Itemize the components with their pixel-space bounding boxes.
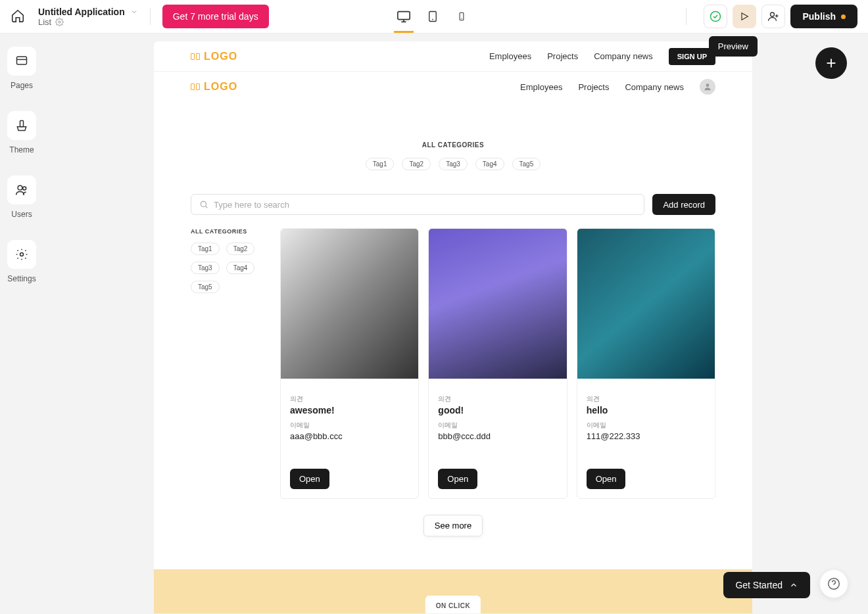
publish-button[interactable]: Publish bbox=[790, 5, 857, 28]
pages-icon bbox=[7, 47, 36, 76]
add-user-icon[interactable] bbox=[761, 5, 785, 28]
field-label-opinion: 의견 bbox=[438, 394, 557, 404]
nav-employees[interactable]: Employees bbox=[520, 82, 562, 92]
divider bbox=[150, 8, 151, 25]
sidebar-item-label: Users bbox=[11, 210, 32, 219]
tag-pill[interactable]: Tag3 bbox=[191, 262, 220, 274]
all-categories-label: ALL CATEGORIES bbox=[191, 228, 270, 235]
sidebar-item-theme[interactable]: Theme bbox=[7, 111, 36, 154]
tag-pill[interactable]: Tag4 bbox=[226, 262, 255, 274]
field-label-email: 이메일 bbox=[438, 421, 557, 430]
avatar[interactable] bbox=[700, 79, 715, 95]
theme-icon bbox=[7, 111, 36, 140]
logo-text: LOGO bbox=[204, 51, 237, 62]
site-header-public: LOGO Employees Projects Company news SIG… bbox=[154, 41, 752, 72]
site-logo[interactable]: LOGO bbox=[191, 51, 237, 62]
svg-marker-9 bbox=[742, 13, 748, 20]
sidebar-item-users[interactable]: Users bbox=[7, 176, 36, 219]
open-button[interactable]: Open bbox=[438, 469, 477, 489]
tag-pill[interactable]: Tag5 bbox=[191, 281, 220, 293]
add-record-button[interactable]: Add record bbox=[652, 194, 715, 215]
tag-pill[interactable]: Tag1 bbox=[191, 243, 220, 255]
left-sidebar: Pages Theme Users Settings bbox=[0, 34, 43, 614]
tag-pill[interactable]: Tag2 bbox=[402, 158, 431, 170]
search-row: Add record bbox=[191, 194, 715, 215]
svg-point-23 bbox=[201, 201, 206, 206]
tag-pill[interactable]: Tag2 bbox=[226, 243, 255, 255]
logo-icon bbox=[191, 53, 200, 60]
status-check-icon[interactable] bbox=[704, 5, 727, 28]
sidebar-item-settings[interactable]: Settings bbox=[7, 240, 36, 283]
chevron-down-icon[interactable] bbox=[130, 8, 138, 16]
field-label-opinion: 의견 bbox=[587, 394, 706, 404]
logo-icon bbox=[191, 83, 200, 90]
field-value-opinion: hello bbox=[587, 405, 706, 415]
top-tags: Tag1 Tag2 Tag3 Tag4 Tag5 bbox=[191, 158, 715, 170]
sidebar-item-label: Theme bbox=[9, 145, 34, 154]
all-categories-label: ALL CATEGORIES bbox=[191, 141, 715, 149]
publish-label: Publish bbox=[802, 11, 836, 22]
record-card: 의견 awesome! 이메일 aaa@bbb.ccc Open bbox=[280, 228, 419, 499]
device-switcher bbox=[397, 9, 471, 24]
desktop-icon[interactable] bbox=[397, 9, 411, 24]
canvas: LOGO Employees Projects Company news SIG… bbox=[154, 41, 752, 613]
nav-projects[interactable]: Projects bbox=[547, 51, 578, 61]
app-subtitle: List bbox=[38, 17, 51, 27]
app-title: Untitled Application bbox=[38, 7, 125, 17]
tag-pill[interactable]: Tag4 bbox=[475, 158, 504, 170]
gear-icon[interactable] bbox=[55, 18, 64, 26]
settings-icon bbox=[7, 240, 36, 269]
card-image bbox=[429, 229, 566, 379]
see-more-button[interactable]: See more bbox=[423, 515, 483, 536]
tag-pill[interactable]: Tag5 bbox=[512, 158, 541, 170]
field-value-email: bbb@ccc.ddd bbox=[438, 431, 557, 441]
sidebar-item-pages[interactable]: Pages bbox=[7, 47, 36, 90]
nav-employees[interactable]: Employees bbox=[489, 51, 531, 61]
mobile-icon[interactable] bbox=[457, 9, 471, 24]
field-value-email: 111@222.333 bbox=[587, 431, 706, 441]
nav-company-news[interactable]: Company news bbox=[594, 51, 653, 61]
field-value-opinion: awesome! bbox=[290, 405, 409, 415]
tag-pill[interactable]: Tag3 bbox=[439, 158, 468, 170]
search-input-wrap[interactable] bbox=[191, 194, 644, 215]
svg-point-22 bbox=[706, 83, 710, 87]
site-logo[interactable]: LOGO bbox=[191, 81, 237, 93]
site-header-private: LOGO Employees Projects Company news bbox=[154, 72, 752, 102]
card-image bbox=[281, 229, 418, 379]
main-grid: ALL CATEGORIES Tag1 Tag2 Tag3 Tag4 Tag5 … bbox=[191, 228, 715, 499]
add-fab[interactable] bbox=[815, 47, 847, 79]
svg-rect-4 bbox=[429, 12, 437, 22]
field-value-email: aaa@bbb.ccc bbox=[290, 431, 409, 441]
nav-projects[interactable]: Projects bbox=[578, 82, 609, 92]
onclick-chip[interactable]: ON CLICK bbox=[425, 596, 481, 613]
publish-status-dot bbox=[841, 14, 846, 19]
app-header: Untitled Application List Get 7 more tri… bbox=[0, 0, 868, 34]
record-card: 의견 good! 이메일 bbb@ccc.ddd Open bbox=[428, 228, 567, 499]
search-icon bbox=[199, 200, 208, 209]
logo-text: LOGO bbox=[204, 81, 237, 93]
field-label-email: 이메일 bbox=[290, 421, 409, 430]
sidebar-filters: ALL CATEGORIES Tag1 Tag2 Tag3 Tag4 Tag5 bbox=[191, 228, 270, 499]
tag-pill[interactable]: Tag1 bbox=[366, 158, 395, 170]
svg-point-0 bbox=[59, 20, 60, 22]
search-input[interactable] bbox=[214, 200, 636, 210]
cards: 의견 awesome! 이메일 aaa@bbb.ccc Open 의견 good… bbox=[280, 228, 715, 499]
header-actions: Publish bbox=[674, 5, 857, 28]
get-started-label: Get Started bbox=[735, 580, 783, 590]
field-value-opinion: good! bbox=[438, 405, 557, 415]
preview-button[interactable] bbox=[733, 5, 756, 28]
trial-button[interactable]: Get 7 more trial days bbox=[162, 5, 269, 28]
open-button[interactable]: Open bbox=[290, 469, 329, 489]
open-button[interactable]: Open bbox=[587, 469, 626, 489]
help-button[interactable] bbox=[819, 569, 848, 598]
field-label-opinion: 의견 bbox=[290, 394, 409, 404]
tablet-icon[interactable] bbox=[427, 9, 441, 24]
sidebar-item-label: Settings bbox=[7, 274, 36, 283]
home-icon[interactable] bbox=[11, 9, 26, 24]
nav-company-news[interactable]: Company news bbox=[625, 82, 684, 92]
svg-rect-6 bbox=[460, 12, 464, 20]
svg-point-16 bbox=[18, 185, 22, 190]
divider bbox=[686, 8, 687, 25]
get-started-button[interactable]: Get Started bbox=[723, 572, 810, 598]
svg-rect-1 bbox=[398, 12, 410, 20]
